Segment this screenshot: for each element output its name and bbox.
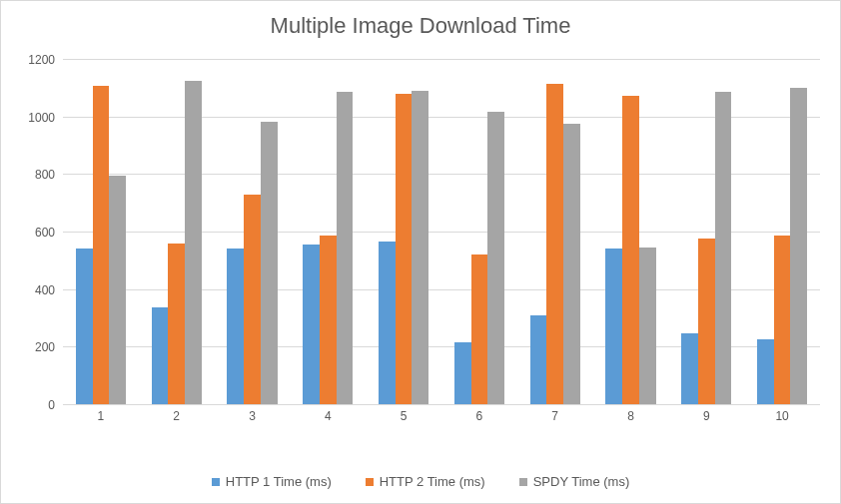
category-group	[63, 59, 139, 404]
y-tick-label: 1200	[28, 53, 63, 67]
y-tick-label: 600	[35, 226, 63, 240]
bar	[487, 112, 504, 404]
category-group	[744, 59, 820, 404]
category-group	[668, 59, 744, 404]
legend-label: SPDY Time (ms)	[533, 474, 630, 489]
bar	[715, 92, 732, 404]
bar	[379, 242, 396, 404]
legend-item: SPDY Time (ms)	[519, 474, 630, 489]
legend: HTTP 1 Time (ms)HTTP 2 Time (ms)SPDY Tim…	[1, 474, 840, 489]
bar	[412, 91, 428, 404]
x-tick-label: 9	[703, 409, 710, 423]
x-tick-label: 6	[476, 409, 483, 423]
y-tick-label: 200	[35, 340, 63, 354]
x-tick-label: 2	[173, 409, 180, 423]
bar	[261, 122, 278, 404]
bar	[109, 176, 126, 404]
bar	[320, 236, 337, 404]
bar	[471, 254, 488, 404]
bar	[454, 342, 471, 404]
legend-label: HTTP 2 Time (ms)	[380, 474, 485, 489]
bar	[152, 307, 169, 404]
bar	[337, 92, 354, 404]
x-tick-label: 3	[249, 409, 256, 423]
bar	[76, 249, 93, 404]
legend-label: HTTP 1 Time (ms)	[226, 474, 332, 489]
bar	[185, 81, 202, 404]
bar	[396, 94, 413, 404]
legend-item: HTTP 1 Time (ms)	[212, 474, 332, 489]
bar	[698, 239, 715, 404]
x-tick-label: 10	[775, 409, 788, 423]
y-tick-label: 1000	[28, 111, 63, 125]
bar	[790, 88, 807, 404]
legend-swatch	[366, 478, 374, 486]
x-tick-label: 1	[98, 409, 105, 423]
bar	[303, 245, 320, 404]
x-axis: 12345678910	[63, 404, 820, 430]
chart-title: Multiple Image Download Time	[1, 1, 840, 45]
category-group	[215, 59, 291, 404]
x-tick-label: 5	[401, 409, 408, 423]
bar	[757, 339, 774, 404]
legend-swatch	[519, 478, 527, 486]
legend-swatch	[212, 478, 220, 486]
x-tick-label: 8	[627, 409, 634, 423]
category-group	[290, 59, 366, 404]
bar	[168, 244, 185, 404]
bars-layer	[63, 59, 820, 404]
bar	[605, 249, 622, 404]
category-group	[139, 59, 215, 404]
category-group	[366, 59, 441, 404]
x-tick-label: 7	[551, 409, 558, 423]
category-group	[517, 59, 593, 404]
legend-item: HTTP 2 Time (ms)	[366, 474, 485, 489]
category-group	[593, 59, 669, 404]
bar	[244, 195, 261, 404]
bar	[774, 236, 791, 404]
bar	[639, 248, 656, 404]
chart-container: Multiple Image Download Time 02004006008…	[0, 0, 841, 504]
bar	[681, 333, 698, 404]
bar	[530, 315, 547, 404]
bar	[227, 249, 244, 404]
y-tick-label: 0	[48, 398, 63, 412]
x-tick-label: 4	[325, 409, 332, 423]
bar	[93, 86, 110, 404]
bar	[563, 124, 580, 404]
bar	[546, 84, 563, 404]
y-tick-label: 800	[35, 168, 63, 182]
category-group	[441, 59, 517, 404]
y-tick-label: 400	[35, 283, 63, 297]
bar	[622, 96, 639, 404]
plot-area: 020040060080010001200	[63, 59, 820, 404]
